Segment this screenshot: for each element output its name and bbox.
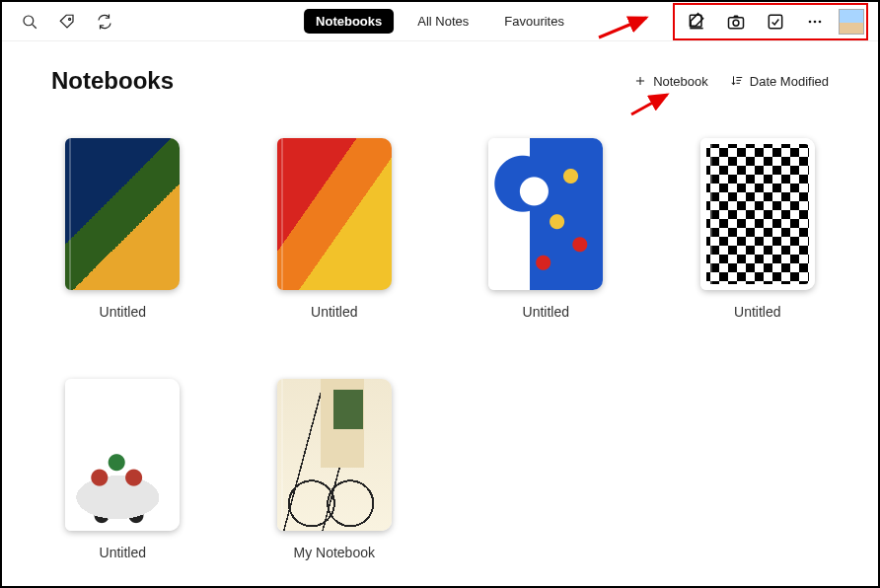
svg-point-2 [69, 18, 71, 20]
notebook-name: Untitled [523, 304, 569, 320]
notebook-name: Untitled [734, 304, 780, 320]
svg-line-1 [33, 24, 37, 28]
sort-icon [730, 74, 744, 88]
notebook-item[interactable]: Untitled [475, 138, 618, 320]
top-bar-left-icons [20, 12, 114, 32]
checkbox-icon [766, 12, 785, 32]
avatar[interactable] [839, 9, 864, 35]
notebook-cover [65, 138, 180, 290]
notebook-cover [65, 379, 180, 531]
notebook-item[interactable]: Untitled [263, 138, 406, 320]
sync-button[interactable] [95, 12, 114, 32]
add-notebook-button[interactable]: Notebook [633, 74, 708, 89]
app-frame: Notebooks All Notes Favourites Notebooks [0, 0, 880, 588]
svg-rect-4 [729, 17, 744, 28]
camera-button[interactable] [716, 7, 756, 37]
tag-icon [58, 13, 76, 31]
checklist-button[interactable] [756, 7, 795, 37]
svg-point-0 [24, 16, 34, 26]
svg-point-9 [819, 20, 822, 23]
notebook-item[interactable]: Untitled [51, 138, 194, 320]
sort-label: Date Modified [750, 74, 829, 89]
plus-icon [633, 74, 647, 88]
svg-point-8 [814, 20, 817, 23]
title-row: Notebooks Notebook Date Modified [51, 67, 829, 95]
content-area: Notebooks Notebook Date Modified Untitle… [2, 41, 878, 560]
top-bar: Notebooks All Notes Favourites [2, 2, 878, 41]
notebook-item[interactable]: Untitled [687, 138, 830, 320]
sort-button[interactable]: Date Modified [730, 74, 829, 89]
svg-point-5 [733, 20, 739, 26]
notebook-item[interactable]: Untitled [51, 379, 194, 560]
search-button[interactable] [20, 12, 39, 32]
notebook-name: My Notebook [294, 545, 375, 560]
title-actions: Notebook Date Modified [633, 74, 829, 89]
search-icon [21, 13, 38, 31]
notebook-name: Untitled [100, 545, 146, 560]
sync-icon [96, 13, 113, 31]
tag-button[interactable] [57, 12, 77, 32]
tab-favourites[interactable]: Favourites [492, 9, 576, 34]
top-nav-tabs: Notebooks All Notes Favourites [304, 9, 576, 34]
notebook-name: Untitled [311, 304, 357, 320]
tab-all-notes[interactable]: All Notes [405, 9, 480, 34]
compose-icon [687, 12, 706, 32]
svg-rect-6 [769, 15, 781, 28]
notebook-cover [277, 138, 392, 290]
more-button[interactable] [795, 7, 835, 37]
notebook-item[interactable]: My Notebook [263, 379, 406, 560]
camera-icon [726, 12, 746, 32]
tab-notebooks[interactable]: Notebooks [304, 9, 394, 34]
add-notebook-label: Notebook [653, 74, 708, 89]
notebook-cover [277, 379, 392, 531]
notebook-name: Untitled [100, 304, 146, 320]
page-title: Notebooks [51, 67, 174, 95]
top-bar-right-icons [673, 3, 868, 40]
new-note-button[interactable] [677, 7, 716, 37]
svg-point-7 [809, 20, 812, 23]
notebook-cover [488, 138, 603, 290]
notebook-cover [700, 138, 815, 290]
notebooks-grid: Untitled Untitled Untitled Untitled Unti… [51, 138, 829, 560]
more-horizontal-icon [805, 12, 825, 32]
